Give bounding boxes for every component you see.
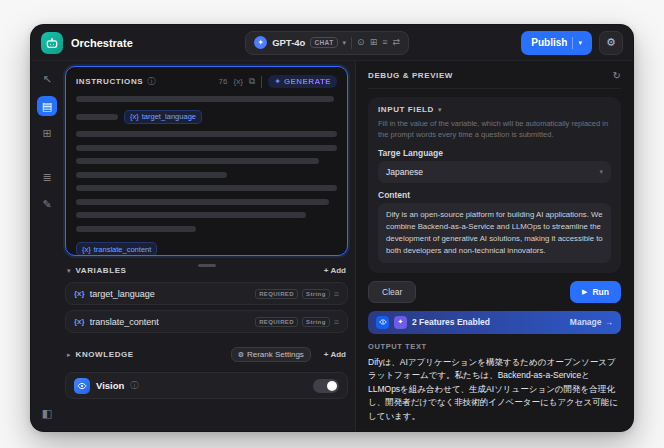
model-name: GPT-4o bbox=[272, 37, 305, 48]
orchestrate-icon: ▤ bbox=[42, 100, 52, 113]
sliders-icon: ⚙ bbox=[238, 351, 244, 359]
vision-feature-icon bbox=[376, 316, 389, 329]
variable-chip-label: translate_content bbox=[94, 245, 152, 254]
chevron-right-icon[interactable]: ▸ bbox=[67, 351, 71, 359]
rerank-settings-button[interactable]: ⚙ Rerank Settings bbox=[231, 347, 311, 362]
model-params-icon[interactable]: ⊙ bbox=[357, 38, 365, 47]
skeleton-line bbox=[76, 185, 337, 191]
prompt-editor[interactable]: {x} target_language bbox=[76, 96, 337, 267]
copy-icon[interactable]: ⧉ bbox=[249, 76, 255, 87]
model-mode-badge: CHAT bbox=[310, 37, 337, 48]
header-actions: Publish ▾ ⚙ bbox=[521, 31, 623, 55]
edit-icon: ✎ bbox=[42, 198, 51, 211]
skeleton-line bbox=[76, 145, 337, 151]
debug-actions: Clear ▶ Run bbox=[368, 281, 621, 303]
variable-insert-icon[interactable]: {x} bbox=[233, 77, 242, 86]
model-grid-icon[interactable]: ⊞ bbox=[370, 38, 378, 47]
collapse-panel-icon: ◧ bbox=[42, 407, 52, 420]
variable-icon: {x} bbox=[130, 112, 139, 121]
model-selector[interactable]: ✦ GPT-4o CHAT ▾ ⊙ ⊞ ≡ ⇄ bbox=[245, 31, 409, 55]
target-language-select[interactable]: Japanese ▾ bbox=[378, 161, 611, 183]
arrow-right-icon: → bbox=[605, 317, 614, 327]
icon-sidebar: ↖ ▤ ⊞ ≣ ✎ ◧ bbox=[31, 61, 63, 431]
sidebar-item-back[interactable]: ↖ bbox=[37, 69, 57, 89]
variable-icon: {x} bbox=[74, 317, 85, 326]
add-knowledge-button[interactable]: + Add bbox=[324, 350, 346, 359]
sidebar-collapse-button[interactable]: ◧ bbox=[37, 403, 57, 423]
input-field-card: INPUT FIELD ▾ Fill in the value of the v… bbox=[368, 97, 621, 273]
output-stats: 5.6s · 521 chars bbox=[368, 430, 422, 432]
prompt-column: INSTRUCTIONS ⓘ 76 {x} ⧉ ✦ GENERATE bbox=[63, 61, 355, 431]
blocks-icon: ⊞ bbox=[42, 127, 51, 140]
info-icon: ⓘ bbox=[147, 76, 155, 87]
char-count: 76 bbox=[219, 77, 228, 86]
variable-chip-translate-content[interactable]: {x} translate_content bbox=[76, 242, 157, 256]
more-like-this-button[interactable]: ✦ More like this bbox=[533, 430, 586, 432]
variable-icon: {x} bbox=[82, 245, 91, 254]
variable-name: translate_content bbox=[90, 317, 159, 327]
skeleton-line bbox=[76, 199, 329, 205]
feature-icon: ✦ bbox=[394, 316, 407, 329]
logs-button[interactable]: ≣ Logs bbox=[499, 430, 525, 432]
sidebar-item-blocks[interactable]: ⊞ bbox=[37, 123, 57, 143]
variables-section: ▾ VARIABLES + Add {x} target_language RE… bbox=[65, 264, 348, 333]
drag-handle-icon[interactable]: ≡ bbox=[334, 317, 339, 327]
variable-name: target_language bbox=[90, 289, 155, 299]
chevron-down-icon[interactable]: ▾ bbox=[67, 267, 71, 275]
features-bar[interactable]: ✦ 2 Features Enabled Manage → bbox=[368, 311, 621, 334]
generate-label: GENERATE bbox=[284, 77, 331, 86]
clear-button[interactable]: Clear bbox=[368, 281, 416, 303]
publish-button[interactable]: Publish ▾ bbox=[521, 31, 592, 55]
sidebar-item-annotations[interactable]: ✎ bbox=[37, 194, 57, 214]
play-icon: ▶ bbox=[582, 288, 587, 296]
chevron-down-icon[interactable]: ▾ bbox=[438, 106, 442, 114]
target-language-value: Japanese bbox=[386, 167, 423, 177]
variable-row[interactable]: {x} target_language REQUIRED String ≡ bbox=[65, 282, 348, 305]
variable-chip-target-language[interactable]: {x} target_language bbox=[124, 110, 202, 124]
publish-label: Publish bbox=[531, 37, 567, 48]
drag-handle-icon[interactable]: ≡ bbox=[334, 289, 339, 299]
vision-label: Vision bbox=[96, 380, 124, 391]
vision-toggle[interactable] bbox=[313, 379, 339, 393]
sidebar-item-orchestrate[interactable]: ▤ bbox=[37, 96, 57, 116]
skeleton-line bbox=[76, 212, 306, 218]
output-text: Difyは、AIアプリケーションを構築するためのオープンソースプラットフォームで… bbox=[368, 356, 621, 424]
rerank-label: Rerank Settings bbox=[247, 350, 304, 359]
generate-button[interactable]: ✦ GENERATE bbox=[268, 75, 337, 88]
skeleton-line bbox=[76, 131, 337, 137]
clear-label: Clear bbox=[382, 287, 402, 297]
logs-icon: ≣ bbox=[42, 171, 51, 184]
target-language-label: Targe Language bbox=[378, 148, 611, 158]
skeleton-line bbox=[76, 96, 334, 102]
instructions-title: INSTRUCTIONS bbox=[76, 77, 143, 86]
instructions-panel[interactable]: INSTRUCTIONS ⓘ 76 {x} ⧉ ✦ GENERATE bbox=[65, 66, 348, 256]
top-header: Orchestrate ✦ GPT-4o CHAT ▾ ⊙ ⊞ ≡ ⇄ Publ… bbox=[31, 25, 633, 61]
divider bbox=[261, 76, 262, 88]
speaker-button[interactable] bbox=[596, 430, 606, 432]
copy-button[interactable]: ⧉ bbox=[615, 429, 621, 432]
variable-chip-label: target_language bbox=[142, 112, 196, 121]
output-section: OUTPUT TEXT Difyは、AIアプリケーションを構築するためのオープン… bbox=[368, 342, 621, 422]
input-field-description: Fill in the value of the variable, which… bbox=[378, 118, 611, 141]
content-textarea[interactable]: Dify is an open-source platform for buil… bbox=[378, 203, 611, 263]
app-window: Orchestrate ✦ GPT-4o CHAT ▾ ⊙ ⊞ ≡ ⇄ Publ… bbox=[30, 24, 634, 432]
sparkle-icon: ✦ bbox=[533, 430, 539, 432]
sidebar-item-logs[interactable]: ≣ bbox=[37, 167, 57, 187]
add-variable-button[interactable]: + Add bbox=[324, 266, 346, 275]
refresh-icon[interactable]: ↻ bbox=[613, 70, 621, 81]
variable-row[interactable]: {x} translate_content REQUIRED String ≡ bbox=[65, 310, 348, 333]
skeleton-line bbox=[76, 114, 118, 120]
divider bbox=[572, 37, 573, 49]
skeleton-line bbox=[76, 158, 319, 164]
variables-title: VARIABLES bbox=[76, 266, 127, 275]
knowledge-section: ▸ KNOWLEDGE ⚙ Rerank Settings + Add bbox=[65, 345, 348, 364]
settings-button[interactable]: ⚙ bbox=[599, 31, 623, 55]
app-logo-icon bbox=[41, 32, 63, 54]
run-button[interactable]: ▶ Run bbox=[570, 281, 621, 303]
model-list-icon[interactable]: ≡ bbox=[382, 38, 387, 47]
logs-label: Logs bbox=[508, 430, 524, 432]
manage-features-button[interactable]: Manage → bbox=[570, 317, 613, 327]
knowledge-title: KNOWLEDGE bbox=[76, 350, 134, 359]
required-badge: REQUIRED bbox=[255, 317, 298, 327]
model-swap-icon[interactable]: ⇄ bbox=[392, 38, 400, 47]
